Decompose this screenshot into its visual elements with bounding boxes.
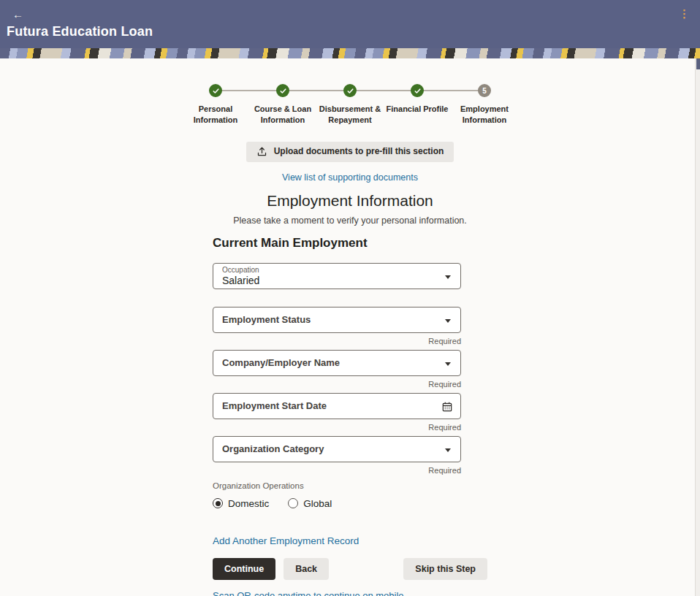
required-note: Required: [213, 466, 461, 475]
employment-start-date-placeholder: Employment Start Date: [222, 400, 435, 411]
organization-operations-radio-group: Domestic Global: [213, 498, 487, 509]
employment-status-placeholder: Employment Status: [222, 314, 435, 325]
radio-label: Domestic: [228, 498, 269, 509]
occupation-label: Occupation: [222, 266, 435, 275]
radio-global[interactable]: Global: [288, 498, 332, 509]
employment-start-date-field[interactable]: Employment Start Date: [213, 393, 461, 419]
continue-button[interactable]: Continue: [213, 558, 275, 580]
step-disbursement-repayment[interactable]: Disbursement & Repayment: [316, 84, 384, 126]
required-note: Required: [213, 423, 461, 432]
calendar-icon[interactable]: [441, 401, 453, 413]
view-supporting-documents-link[interactable]: View list of supporting documents: [282, 172, 418, 183]
step-complete-check-icon: [343, 84, 357, 97]
organization-operations-label: Organization Operations: [213, 481, 487, 490]
add-another-employment-record-link[interactable]: Add Another Employment Record: [213, 535, 359, 546]
upload-button-label: Upload documents to pre-fill this sectio…: [274, 146, 444, 156]
occupation-select[interactable]: Occupation Salaried: [213, 263, 461, 289]
required-note: Required: [213, 337, 461, 345]
back-button[interactable]: Back: [284, 558, 329, 580]
upload-icon: [256, 146, 267, 157]
step-complete-check-icon: [276, 84, 289, 97]
step-label: Employment Information: [451, 104, 518, 126]
chevron-down-icon: [445, 275, 451, 279]
step-current-number-badge: 5: [478, 84, 491, 97]
step-label: Financial Profile: [384, 104, 451, 115]
app-header: ← Futura Education Loan ⋮: [0, 0, 700, 48]
radio-label: Global: [303, 498, 332, 509]
step-complete-check-icon: [209, 84, 222, 97]
page-title-header: Futura Education Loan: [7, 24, 690, 39]
scan-qr-code-link[interactable]: Scan QR-code anytime to continue on mobi…: [213, 590, 406, 596]
decorative-banner: [0, 48, 700, 58]
scrollbar-thumb[interactable]: [696, 58, 700, 69]
skip-this-step-button[interactable]: Skip this Step: [403, 558, 487, 580]
action-buttons-row: Continue Back Skip this Step: [213, 558, 487, 580]
organization-category-select[interactable]: Organization Category: [213, 436, 461, 462]
chevron-down-icon: [445, 319, 451, 323]
step-label: Personal Information: [182, 104, 249, 126]
chevron-down-icon: [445, 448, 451, 452]
step-employment-information[interactable]: 5 Employment Information: [451, 84, 518, 126]
kebab-menu-icon[interactable]: ⋮: [679, 8, 690, 19]
upload-documents-button[interactable]: Upload documents to pre-fill this sectio…: [246, 142, 454, 162]
radio-domestic[interactable]: Domestic: [213, 498, 269, 509]
step-label: Course & Loan Information: [249, 104, 316, 126]
app-window: ← Futura Education Loan ⋮ Personal Infor…: [0, 0, 700, 596]
employment-status-select[interactable]: Employment Status: [213, 307, 461, 333]
group-title-current-main-employment: Current Main Employment: [213, 236, 487, 251]
radio-unselected-icon: [288, 498, 298, 508]
radio-selected-icon: [213, 498, 223, 508]
step-course-loan-information[interactable]: Course & Loan Information: [249, 84, 316, 126]
step-complete-check-icon: [411, 84, 424, 97]
step-personal-information[interactable]: Personal Information: [182, 84, 249, 126]
step-label: Disbursement & Repayment: [316, 104, 384, 126]
occupation-value: Salaried: [222, 275, 435, 286]
progress-stepper: Personal Information Course & Loan Infor…: [182, 84, 518, 126]
step-financial-profile[interactable]: Financial Profile: [384, 84, 451, 126]
organization-category-placeholder: Organization Category: [222, 443, 435, 454]
chevron-down-icon: [445, 362, 451, 366]
section-subtitle: Please take a moment to verify your pers…: [0, 215, 700, 226]
scrollbar-track[interactable]: [695, 58, 700, 596]
company-employer-placeholder: Company/Employer Name: [222, 357, 435, 368]
required-note: Required: [213, 380, 461, 389]
back-arrow-icon[interactable]: ←: [9, 7, 26, 21]
section-title: Employment Information: [0, 192, 700, 210]
company-employer-name-select[interactable]: Company/Employer Name: [213, 350, 461, 376]
